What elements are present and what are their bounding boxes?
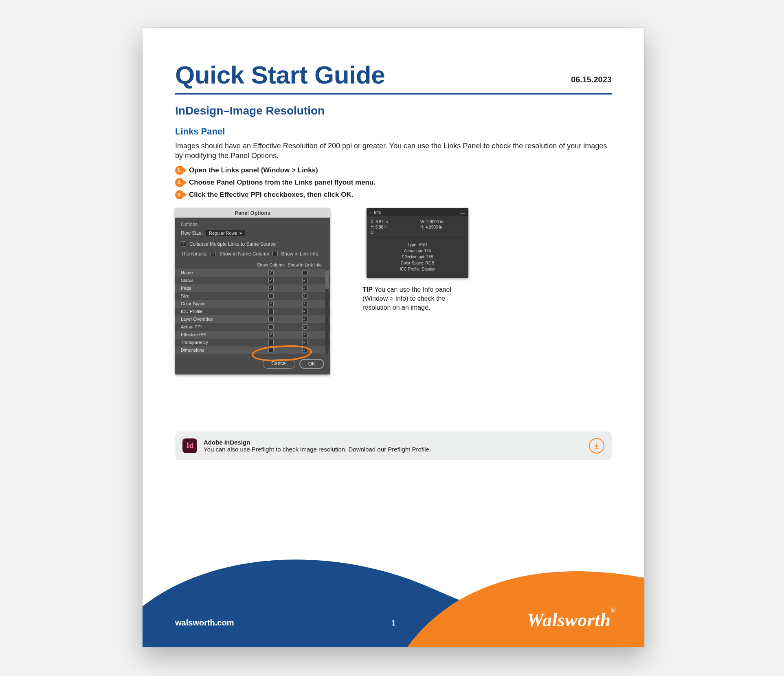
document-page: Quick Start Guide 06.15.2023 InDesign–Im… xyxy=(143,28,644,647)
scrollbar[interactable] xyxy=(325,269,329,354)
flyout-menu-icon[interactable] xyxy=(460,211,465,214)
tip-text: You can use the Info panel (Window > Inf… xyxy=(362,286,451,311)
show-link-info-checkbox[interactable] xyxy=(302,332,307,337)
document-date: 06.15.2023 xyxy=(571,75,612,89)
info-y: Y: 5.88 in xyxy=(371,225,415,229)
show-link-info-checkbox[interactable] xyxy=(302,317,307,322)
row-label: Status xyxy=(181,278,255,283)
info-actual-ppi: Actual ppi: 144 xyxy=(370,248,465,254)
row-label: Effective PPI xyxy=(181,332,255,337)
info-x: X: 3.67 in xyxy=(371,220,415,224)
step-number-icon: 1. xyxy=(175,166,184,175)
table-row: ICC Profile xyxy=(175,308,330,315)
table-row: Name xyxy=(175,269,330,277)
collapse-label: Collapse Multiple Links to Same Source xyxy=(189,241,276,247)
info-tab: ‹ Info xyxy=(367,208,468,216)
document-title: Quick Start Guide xyxy=(175,60,385,89)
info-meta: Type: PNG Actual ppi: 144 Effective ppi:… xyxy=(367,238,468,278)
panel-titlebar: Panel Options xyxy=(175,208,330,218)
show-link-info-checkbox[interactable] xyxy=(302,293,307,299)
table-body: NameStatusPageSizeColor SpaceICC Profile… xyxy=(175,269,330,354)
table-row: Size xyxy=(175,292,330,300)
info-column: ‹ Info X: 3.67 in W: 2.9099 in Y: 5.88 i… xyxy=(362,208,612,374)
step-number-icon: 3. xyxy=(175,190,184,199)
show-link-info-checkbox[interactable] xyxy=(302,301,307,306)
footer-url[interactable]: walsworth.com xyxy=(175,618,234,628)
info-color-space: Color Space: RGB xyxy=(370,260,465,266)
info-w: W: 2.9099 in xyxy=(420,220,464,224)
step-1: 1. Open the Links panel (Window > Links) xyxy=(175,166,612,175)
row-label: Name xyxy=(181,270,255,275)
show-link-info-checkbox[interactable] xyxy=(302,309,307,314)
step-label: Click the Effective PPI checkboxes, then… xyxy=(189,191,353,199)
steps-list: 1. Open the Links panel (Window > Links)… xyxy=(175,166,612,199)
row-label: Page xyxy=(181,286,255,291)
table-row: Actual PPI xyxy=(175,323,330,331)
row-label: Layer Overrides xyxy=(181,317,255,321)
step-2: 2. Choose Panel Options from the Links p… xyxy=(175,178,612,187)
row-label: Color Space xyxy=(181,301,255,306)
info-tab-label: Info xyxy=(374,210,381,215)
show-link-info-checkbox[interactable] xyxy=(302,340,307,345)
document-body: Images should have an Effective Resoluti… xyxy=(143,141,644,374)
document-header: Quick Start Guide 06.15.2023 InDesign–Im… xyxy=(143,28,644,137)
show-column-checkbox[interactable] xyxy=(268,278,274,283)
show-column-checkbox[interactable] xyxy=(268,293,274,299)
table-row: Effective PPI xyxy=(175,331,330,339)
info-type: Type: PNG xyxy=(370,242,465,248)
tip-label: TIP xyxy=(362,286,373,293)
brand-wordmark: Walsworth® xyxy=(527,609,616,631)
show-link-info-checkbox[interactable] xyxy=(302,348,307,353)
table-header: Show Column Show in Link Info xyxy=(175,261,330,269)
show-link-info-checkbox[interactable] xyxy=(302,270,307,275)
row-label: Transparency xyxy=(181,340,255,345)
download-icon xyxy=(593,442,600,449)
document-subtitle: InDesign–Image Resolution xyxy=(175,104,612,117)
col-link-header: Show in Link Info xyxy=(287,262,323,267)
show-column-checkbox[interactable] xyxy=(268,301,274,306)
collapse-checkbox[interactable] xyxy=(181,241,186,247)
row-label: Dimensions xyxy=(181,348,255,352)
show-link-info-checkbox[interactable] xyxy=(302,286,307,291)
ok-button[interactable]: OK xyxy=(299,359,324,369)
table-row: Layer Overrides xyxy=(175,315,330,323)
show-column-checkbox[interactable] xyxy=(268,324,274,330)
registered-icon: ® xyxy=(611,607,616,614)
table-row: Page xyxy=(175,284,330,292)
panel-button-bar: Cancel OK xyxy=(175,354,330,374)
thumb-link-checkbox[interactable] xyxy=(272,251,278,256)
info-panel: ‹ Info X: 3.67 in W: 2.9099 in Y: 5.88 i… xyxy=(367,208,468,278)
show-link-info-checkbox[interactable] xyxy=(302,278,307,283)
step-label: Choose Panel Options from the Links pane… xyxy=(189,178,376,187)
intro-paragraph: Images should have an Effective Resoluti… xyxy=(175,141,612,161)
chevron-left-icon: ‹ xyxy=(370,210,371,215)
preflight-callout: Id Adobe InDesign You can also use Prefl… xyxy=(175,432,612,460)
cancel-button[interactable]: Cancel xyxy=(263,359,295,369)
thumbnails-label: Thumbnails: xyxy=(181,251,207,257)
thumb-name-checkbox[interactable] xyxy=(211,251,216,256)
page-number: 1 xyxy=(391,619,395,628)
show-link-info-checkbox[interactable] xyxy=(302,324,307,330)
table-row: Status xyxy=(175,277,330,284)
options-section-label: Options xyxy=(175,218,330,229)
show-column-checkbox[interactable] xyxy=(268,270,274,275)
show-column-checkbox[interactable] xyxy=(268,332,274,337)
col-show-header: Show Column xyxy=(255,262,287,267)
table-row: Dimensions xyxy=(175,346,330,354)
row-size-label: Row Size: xyxy=(181,230,203,236)
preflight-heading: Adobe InDesign xyxy=(204,439,582,446)
step-number-icon: 2. xyxy=(175,178,184,187)
download-button[interactable] xyxy=(589,438,604,454)
show-column-checkbox[interactable] xyxy=(268,309,274,314)
section-heading: Links Panel xyxy=(175,126,612,137)
row-size-select[interactable]: Regular Rows xyxy=(206,230,245,236)
show-column-checkbox[interactable] xyxy=(268,340,274,345)
show-column-checkbox[interactable] xyxy=(268,348,274,353)
show-column-checkbox[interactable] xyxy=(268,317,274,322)
show-column-checkbox[interactable] xyxy=(268,286,274,291)
table-row: Color Space xyxy=(175,300,330,308)
row-label: ICC Profile xyxy=(181,309,255,314)
document-footer: walsworth.com 1 Walsworth® xyxy=(143,541,644,647)
step-label: Open the Links panel (Window > Links) xyxy=(189,166,318,174)
preflight-text: Adobe InDesign You can also use Prefligh… xyxy=(204,439,582,453)
